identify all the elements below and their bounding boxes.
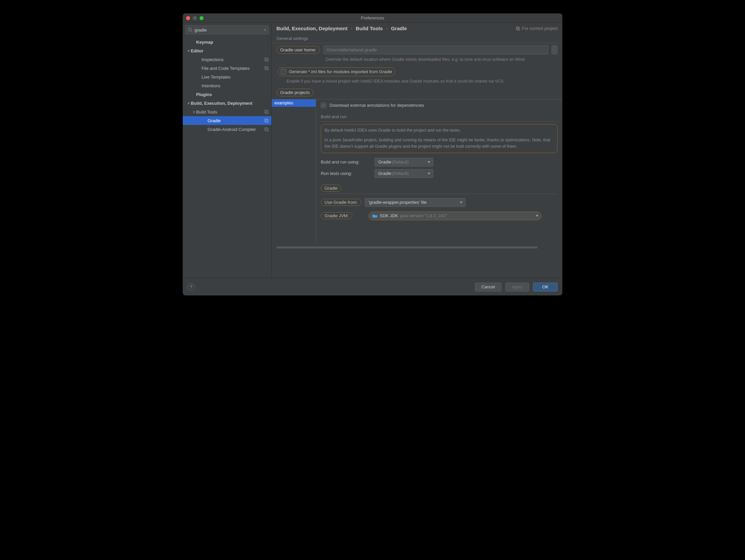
help-button[interactable]: ? bbox=[187, 283, 195, 291]
project-scope-icon bbox=[264, 109, 269, 114]
generate-iml-hint: Enable if you have a mixed project with … bbox=[272, 78, 562, 87]
sidebar-item-label: Plugins bbox=[196, 92, 269, 97]
svg-rect-6 bbox=[265, 110, 267, 113]
main-panel: Build, Execution, Deployment › Build Too… bbox=[272, 23, 562, 278]
svg-point-0 bbox=[188, 28, 191, 31]
titlebar: Preferences bbox=[183, 13, 562, 23]
svg-rect-11 bbox=[266, 129, 268, 131]
svg-rect-2 bbox=[265, 58, 267, 60]
sidebar-item-gradle-android-compiler[interactable]: Gradle-Android Compiler bbox=[183, 125, 271, 134]
user-home-hint: Override the default location where Grad… bbox=[272, 56, 562, 65]
build-using-dropdown[interactable]: Gradle (Default) bbox=[375, 158, 433, 167]
sidebar-item-keymap[interactable]: Keymap bbox=[183, 38, 271, 46]
sidebar-item-label: File and Code Templates bbox=[201, 66, 264, 71]
gradle-subhead: Gradle bbox=[321, 185, 341, 192]
run-tests-dropdown[interactable]: Gradle (Default) bbox=[375, 169, 433, 178]
project-scope-icon bbox=[264, 127, 269, 132]
sidebar-item-build-execution-deployment[interactable]: ▾Build, Execution, Deployment bbox=[183, 99, 271, 107]
crumb-a[interactable]: Build, Execution, Deployment bbox=[277, 26, 348, 31]
sidebar-item-label: Inspections bbox=[201, 57, 264, 62]
svg-rect-8 bbox=[265, 119, 267, 122]
sidebar-item-label: Build, Execution, Deployment bbox=[191, 101, 269, 106]
gradle-projects-title: Gradle projects bbox=[277, 89, 313, 96]
svg-rect-10 bbox=[265, 128, 267, 130]
sidebar-item-label: Build Tools bbox=[196, 109, 264, 114]
window-title: Preferences bbox=[183, 15, 562, 21]
folder-icon bbox=[372, 214, 378, 218]
gradle-user-home-field[interactable]: /Users/albertattard/.gradle bbox=[323, 45, 548, 55]
user-home-label: Gradle user home: bbox=[277, 46, 320, 54]
sidebar-item-label: Editor bbox=[191, 48, 269, 54]
download-annotations-checkbox[interactable] bbox=[321, 103, 326, 108]
ok-button[interactable]: OK bbox=[533, 283, 558, 291]
sidebar-item-label: Gradle-Android Compiler bbox=[207, 127, 264, 132]
sidebar-item-file-and-code-templates[interactable]: File and Code Templates bbox=[183, 64, 271, 72]
sidebar-item-label: Gradle bbox=[207, 118, 264, 123]
svg-rect-9 bbox=[266, 120, 268, 123]
clear-search-icon[interactable]: × bbox=[264, 27, 266, 33]
svg-rect-12 bbox=[516, 27, 519, 29]
svg-line-1 bbox=[191, 31, 192, 32]
sidebar-item-plugins[interactable]: Plugins bbox=[183, 90, 271, 99]
project-detail: Download external annotations for depend… bbox=[316, 99, 562, 244]
project-item[interactable]: examples bbox=[272, 99, 316, 107]
settings-tree: Keymap▾EditorInspectionsFile and Code Te… bbox=[183, 37, 271, 278]
search-input[interactable]: × bbox=[186, 26, 269, 34]
search-field[interactable] bbox=[194, 28, 262, 33]
cancel-button[interactable]: Cancel bbox=[475, 283, 501, 291]
gradle-jvm-label: Gradle JVM: bbox=[321, 212, 352, 219]
chevron-right-icon: › bbox=[351, 26, 352, 31]
project-scope-icon bbox=[264, 66, 269, 70]
chevron-down-icon: ▾ bbox=[187, 49, 190, 53]
use-gradle-from-dropdown[interactable]: 'gradle-wrapper.properties' file bbox=[365, 198, 465, 207]
sidebar-item-live-templates[interactable]: Live Templates bbox=[183, 72, 271, 81]
download-annotations-label: Download external annotations for depend… bbox=[329, 103, 424, 108]
sidebar-item-inspections[interactable]: Inspections bbox=[183, 55, 271, 64]
footer: ? Cancel Apply OK bbox=[183, 278, 562, 295]
svg-rect-13 bbox=[517, 28, 519, 30]
sidebar-item-label: Live Templates bbox=[201, 74, 269, 79]
browse-button[interactable] bbox=[552, 45, 558, 55]
gradle-jvm-dropdown[interactable]: SDK JDK java version "1.8.0_242" bbox=[368, 211, 542, 220]
zoom-icon[interactable] bbox=[199, 16, 203, 20]
svg-rect-4 bbox=[265, 66, 267, 69]
build-run-info: By default IntelliJ IDEA uses Gradle to … bbox=[321, 124, 558, 153]
project-scope-icon bbox=[264, 57, 269, 62]
scrollbar-thumb[interactable] bbox=[277, 246, 538, 249]
apply-button[interactable]: Apply bbox=[506, 283, 529, 291]
general-settings-title: General settings bbox=[272, 35, 562, 43]
crumb-c[interactable]: Gradle bbox=[391, 26, 407, 31]
build-and-run-head: Build and run bbox=[321, 114, 558, 119]
sidebar-item-build-tools[interactable]: ▾Build Tools bbox=[183, 107, 271, 116]
svg-rect-3 bbox=[266, 59, 268, 61]
sidebar-item-label: Intentions bbox=[201, 83, 269, 88]
horizontal-scrollbar[interactable] bbox=[277, 246, 558, 249]
svg-rect-5 bbox=[266, 67, 268, 70]
scope-label: For current project bbox=[516, 26, 558, 31]
use-gradle-from-label: Use Gradle from: bbox=[321, 199, 361, 206]
sidebar-item-gradle[interactable]: Gradle bbox=[183, 116, 271, 125]
window-controls bbox=[186, 16, 203, 20]
breadcrumb: Build, Execution, Deployment › Build Too… bbox=[272, 23, 562, 33]
chevron-right-icon: › bbox=[386, 26, 388, 31]
build-using-label: Build and run using: bbox=[321, 160, 371, 165]
chevron-down-icon: ▾ bbox=[187, 101, 190, 105]
projects-list: examples bbox=[272, 99, 316, 244]
preferences-window: Preferences × Keymap▾EditorInspectionsFi… bbox=[183, 13, 562, 295]
sidebar-item-intentions[interactable]: Intentions bbox=[183, 81, 271, 90]
crumb-b[interactable]: Build Tools bbox=[356, 26, 383, 31]
close-icon[interactable] bbox=[186, 16, 190, 20]
search-icon bbox=[188, 28, 192, 32]
run-tests-label: Run tests using: bbox=[321, 171, 371, 176]
generate-iml-checkbox[interactable] bbox=[281, 69, 286, 74]
sidebar-item-label: Keymap bbox=[196, 40, 269, 45]
project-scope-icon bbox=[264, 118, 269, 123]
chevron-down-icon: ▾ bbox=[192, 110, 195, 114]
copy-icon bbox=[516, 26, 520, 31]
sidebar: × Keymap▾EditorInspectionsFile and Code … bbox=[183, 23, 272, 278]
generate-iml-label: Generate *.iml files for modules importe… bbox=[289, 69, 392, 74]
svg-rect-7 bbox=[266, 111, 268, 114]
minimize-icon[interactable] bbox=[193, 16, 197, 20]
sidebar-item-editor[interactable]: ▾Editor bbox=[183, 46, 271, 55]
